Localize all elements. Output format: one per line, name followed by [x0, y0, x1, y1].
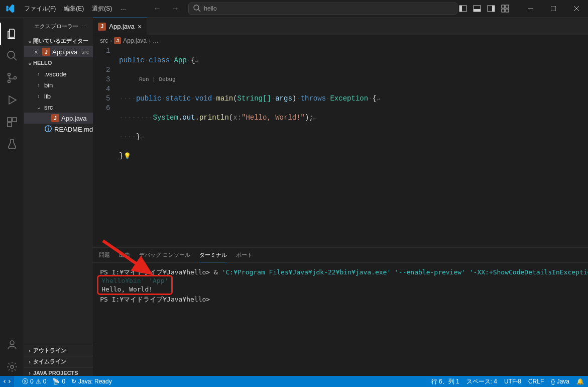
panel-tab-ports[interactable]: ポート — [236, 248, 253, 262]
tree-item-label: .vscode — [44, 70, 67, 78]
tree-item-README-md[interactable]: ⓘREADME.md — [24, 124, 93, 135]
menu-bar: ファイル(F) 編集(E) 選択(S) … — [20, 2, 130, 16]
menu-edit[interactable]: 編集(E) — [60, 2, 88, 16]
panel-tab-output[interactable]: 出力 — [119, 248, 130, 262]
svg-rect-7 — [492, 6, 495, 12]
panel-tab-problems[interactable]: 問題 — [99, 248, 110, 262]
breadcrumbs[interactable]: src › J App.java › … — [93, 35, 588, 46]
file-tree: ›.vscode›bin›lib⌄srcJApp.javaⓘREADME.md — [24, 68, 93, 135]
breadcrumb-item[interactable]: … — [153, 37, 159, 44]
activity-scm-icon[interactable] — [0, 67, 24, 89]
panel-tab-debug-console[interactable]: デバッグ コンソール — [139, 248, 190, 262]
outline-section[interactable]: › アウトライン — [24, 345, 93, 356]
svg-line-17 — [14, 57, 17, 60]
activity-settings-icon[interactable] — [0, 356, 24, 378]
breadcrumb-item[interactable]: App.java — [123, 37, 147, 44]
code-editor[interactable]: 1 2 3 4 5 6 public·class·App·{↵ Run | De… — [93, 46, 588, 247]
svg-point-18 — [8, 73, 10, 76]
open-editor-name: App.java — [52, 48, 78, 56]
activity-debug-icon[interactable] — [0, 89, 24, 111]
tree-item-bin[interactable]: ›bin — [24, 79, 93, 90]
java-file-icon: J — [114, 37, 121, 44]
outline-label: アウトライン — [33, 347, 66, 354]
panel-tabs: 問題 出力 デバッグ コンソール ターミナル ポート ▷ Run: App ＋ … — [93, 248, 588, 263]
toggle-secondary-sidebar-icon[interactable] — [486, 3, 497, 14]
timeline-section[interactable]: › タイムライン — [24, 356, 93, 367]
svg-rect-5 — [474, 9, 481, 12]
nav-forward-icon[interactable]: → — [168, 2, 182, 15]
explorer-title: エクスプローラー — [34, 23, 78, 30]
status-encoding[interactable]: UTF-8 — [504, 378, 521, 385]
svg-rect-22 — [13, 118, 17, 122]
status-ports[interactable]: 📡0 — [52, 378, 65, 385]
timeline-label: タイムライン — [33, 358, 66, 365]
toggle-primary-sidebar-icon[interactable] — [457, 3, 468, 14]
maximize-button[interactable] — [542, 0, 565, 17]
status-problems[interactable]: ⓧ0 ⚠0 — [22, 377, 46, 386]
activity-account-icon[interactable] — [0, 334, 24, 356]
layout-controls — [457, 3, 517, 14]
status-language[interactable]: {} Java — [551, 378, 569, 385]
codelens-run-debug[interactable]: Run | Debug — [139, 76, 176, 82]
terminal-content[interactable]: PS I:¥マイドライブ¥Java¥hello> & 'C:¥Program F… — [93, 263, 588, 378]
close-icon[interactable]: × — [32, 48, 40, 56]
customize-layout-icon[interactable] — [500, 3, 511, 14]
breadcrumb-item[interactable]: src — [100, 37, 108, 44]
open-editor-item[interactable]: × J App.java src — [24, 46, 93, 57]
explorer-more-icon[interactable]: ⋯ — [81, 23, 87, 30]
activity-extensions-icon[interactable] — [0, 111, 24, 133]
menu-file[interactable]: ファイル(F) — [20, 2, 60, 16]
tab-label: App.java — [109, 23, 135, 30]
explorer-sidebar: エクスプローラー ⋯ ⌄ 開いているエディター × J App.java src… — [24, 18, 93, 378]
svg-point-19 — [8, 80, 10, 83]
activity-search-icon[interactable] — [0, 45, 24, 67]
terminal-output-hello: Hello, World! — [101, 285, 153, 293]
open-editors-section[interactable]: ⌄ 開いているエディター — [24, 35, 93, 46]
svg-rect-8 — [502, 5, 505, 8]
remote-indicator[interactable] — [0, 376, 14, 387]
svg-rect-11 — [506, 9, 509, 12]
status-java[interactable]: ↻Java: Ready — [71, 378, 112, 385]
open-editor-detail: src — [82, 49, 89, 55]
svg-rect-10 — [502, 9, 505, 12]
status-indentation[interactable]: スペース: 4 — [466, 377, 497, 386]
tree-item--vscode[interactable]: ›.vscode — [24, 68, 93, 79]
svg-point-0 — [194, 5, 199, 10]
svg-rect-9 — [506, 5, 509, 8]
search-icon — [193, 4, 201, 14]
tree-item-src[interactable]: ⌄src — [24, 102, 93, 113]
status-eol[interactable]: CRLF — [528, 378, 544, 385]
activity-bar — [0, 18, 24, 378]
code-content[interactable]: public·class·App·{↵ Run | Debug ····publ… — [119, 46, 588, 247]
tab-app-java[interactable]: J App.java × — [93, 18, 147, 35]
nav-back-icon[interactable]: ← — [150, 2, 164, 15]
svg-point-24 — [10, 341, 14, 345]
status-bar: ⓧ0 ⚠0 📡0 ↻Java: Ready 行 6、列 1 スペース: 4 UT… — [0, 376, 588, 387]
tree-item-label: README.md — [54, 126, 93, 133]
activity-explorer-icon[interactable] — [0, 23, 24, 45]
tree-item-label: App.java — [61, 115, 87, 122]
search-text: hello — [204, 5, 216, 12]
menu-select[interactable]: 選択(S) — [88, 2, 116, 16]
menu-more[interactable]: … — [116, 2, 130, 16]
chevron-icon: ⌄ — [35, 105, 42, 110]
minimize-button[interactable] — [519, 0, 542, 17]
chevron-down-icon: ⌄ — [26, 38, 33, 44]
svg-rect-13 — [551, 6, 556, 11]
status-notifications-icon[interactable]: 🔔 — [576, 378, 584, 385]
project-section[interactable]: ⌄ HELLO — [24, 57, 93, 68]
status-cursor-position[interactable]: 行 6、列 1 — [431, 377, 459, 386]
activity-testing-icon[interactable] — [0, 133, 24, 155]
tree-item-label: lib — [44, 92, 51, 100]
close-icon[interactable]: × — [138, 23, 142, 31]
tree-item-App-java[interactable]: JApp.java — [24, 113, 93, 124]
chevron-icon: › — [35, 71, 42, 77]
panel-tab-terminal[interactable]: ターミナル — [199, 248, 227, 262]
lightbulb-icon[interactable]: 💡 — [124, 153, 131, 160]
java-file-icon: J — [42, 48, 50, 56]
tree-item-lib[interactable]: ›lib — [24, 90, 93, 102]
svg-line-1 — [198, 10, 200, 12]
toggle-panel-icon[interactable] — [472, 3, 483, 14]
command-center-search[interactable]: hello — [188, 3, 457, 15]
close-button[interactable] — [565, 0, 588, 17]
